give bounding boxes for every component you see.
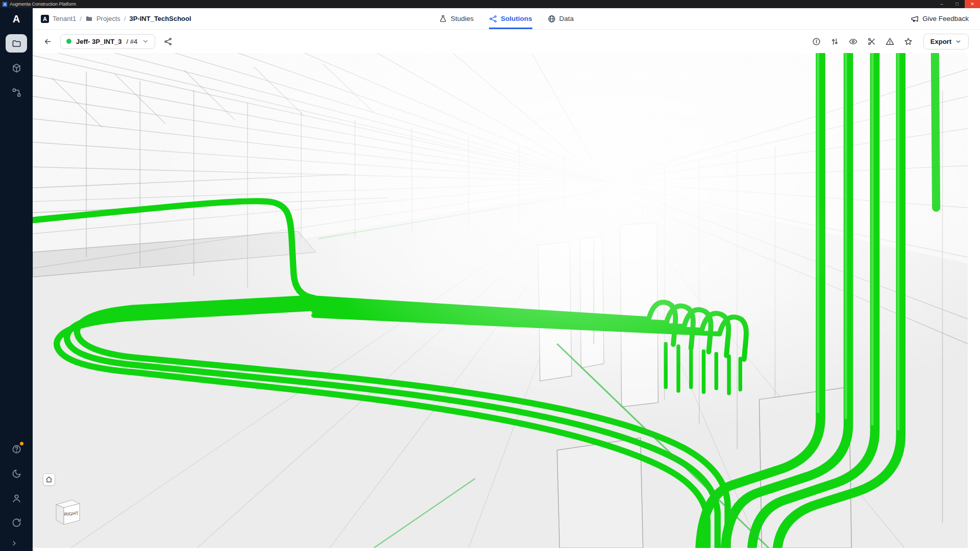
give-feedback-button[interactable]: Give Feedback: [911, 15, 969, 23]
sidebar-expand-button[interactable]: [6, 538, 27, 549]
eye-icon: [849, 37, 857, 46]
favorite-button[interactable]: [901, 34, 916, 49]
app-tiny-logo: A: [3, 2, 7, 7]
home-view-button[interactable]: [43, 473, 55, 486]
home-icon: [45, 476, 53, 483]
network-icon: [489, 15, 497, 23]
arrow-left-icon: [43, 37, 52, 46]
warnings-button[interactable]: [883, 34, 898, 49]
back-button[interactable]: [40, 34, 55, 49]
status-dot: [66, 39, 71, 44]
viewport-canvas[interactable]: [33, 53, 968, 548]
breadcrumb-separator: /: [124, 15, 126, 22]
folder-icon: [85, 15, 93, 22]
star-icon: [904, 37, 913, 46]
give-feedback-label: Give Feedback: [922, 15, 969, 22]
solution-selector[interactable]: Jeff- 3P_INT_3 / #4: [60, 34, 155, 49]
breadcrumb-tenant[interactable]: Tenant1: [53, 15, 76, 22]
viewport-3d[interactable]: RIGHT: [33, 53, 968, 548]
user-icon: [12, 493, 21, 503]
sidebar-item-history[interactable]: [6, 513, 27, 532]
brand-logo: A: [13, 13, 20, 25]
sidebar-item-projects[interactable]: [6, 34, 27, 53]
app-header: A Tenant1 / Projects / 3P-INT_TechSchool…: [33, 8, 980, 30]
tenant-logo: A: [41, 15, 49, 23]
window-maximize-button[interactable]: □: [949, 0, 965, 8]
notification-badge: [20, 442, 23, 445]
center-fog: [33, 53, 968, 548]
view-cube[interactable]: RIGHT: [51, 495, 85, 529]
window-minimize-button[interactable]: –: [934, 0, 949, 8]
sidebar-item-theme[interactable]: [6, 464, 27, 483]
scissors-icon: [867, 37, 876, 46]
sort-button[interactable]: [827, 34, 843, 49]
viewer-toolbar: Jeff- 3P_INT_3 / #4: [33, 30, 980, 53]
window-close-button[interactable]: ✕: [965, 0, 980, 8]
sidebar-item-account[interactable]: [6, 489, 27, 507]
globe-icon: [548, 15, 556, 23]
sidebar-item-workflows[interactable]: [6, 83, 27, 102]
breadcrumb: A Tenant1 / Projects / 3P-INT_TechSchool: [41, 15, 191, 23]
sidebar-item-assemblies[interactable]: [6, 59, 27, 77]
tab-solutions-label: Solutions: [501, 15, 532, 22]
main-tabs: Studies Solutions Data: [439, 8, 574, 29]
tab-studies[interactable]: Studies: [439, 8, 474, 29]
swap-vertical-icon: [830, 37, 839, 46]
share-button[interactable]: [160, 34, 176, 49]
export-label: Export: [930, 38, 951, 45]
tab-solutions[interactable]: Solutions: [489, 8, 532, 29]
tab-studies-label: Studies: [451, 15, 474, 22]
tab-data-label: Data: [559, 15, 574, 22]
sidebar-item-help[interactable]: [6, 440, 27, 458]
package-icon: [12, 63, 21, 73]
section-cut-button[interactable]: [864, 34, 879, 49]
breadcrumb-projects[interactable]: Projects: [96, 15, 120, 22]
chevron-right-icon: [11, 540, 18, 547]
moon-icon: [12, 469, 21, 479]
chevron-down-icon: [955, 38, 962, 45]
info-icon: [812, 37, 821, 46]
os-titlebar: A Augmenta Construction Platform – □ ✕: [0, 0, 980, 8]
workflow-icon: [12, 88, 21, 97]
help-circle-icon: [12, 444, 21, 454]
solution-name: Jeff- 3P_INT_3: [76, 38, 122, 45]
megaphone-icon: [911, 15, 919, 23]
breadcrumb-separator: /: [80, 15, 82, 22]
visibility-button[interactable]: [846, 34, 861, 49]
tab-data[interactable]: Data: [548, 8, 574, 29]
export-button[interactable]: Export: [923, 34, 969, 49]
breadcrumb-project-name: 3P-INT_TechSchool: [129, 15, 191, 22]
sidebar: A: [0, 8, 33, 551]
flask-icon: [439, 15, 447, 23]
chevron-down-icon: [142, 38, 149, 45]
app-title: Augmenta Construction Platform: [10, 2, 76, 7]
folder-icon: [12, 39, 21, 48]
solution-version: / #4: [127, 38, 138, 45]
history-icon: [12, 518, 21, 528]
warning-triangle-icon: [886, 37, 894, 46]
info-button[interactable]: [809, 34, 824, 49]
share-icon: [164, 37, 173, 46]
view-cube-side-face[interactable]: [56, 505, 64, 524]
